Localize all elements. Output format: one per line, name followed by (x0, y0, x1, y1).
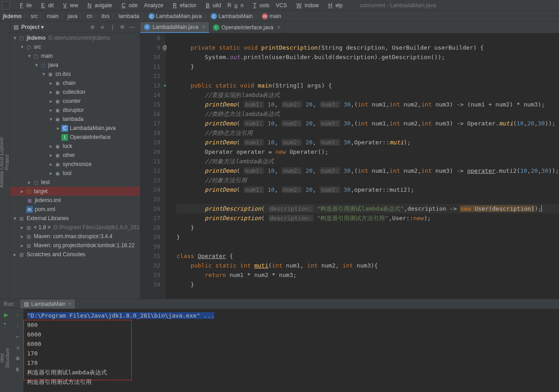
console-line: 170 (27, 349, 555, 358)
tree-jdk[interactable]: ▸▥< 1.8 >D:\Program Files\Java\jdk1.8.0_… (10, 223, 140, 232)
print-icon[interactable]: 🖶 (14, 354, 22, 362)
tree-operate-interface[interactable]: IOperateInterface (10, 133, 140, 142)
menu-vcs[interactable]: VCS (273, 2, 290, 9)
code-editor[interactable]: 8 9@ 101112 13 1415161718192021222324252… (140, 33, 559, 299)
menu-view[interactable]: View (57, 2, 81, 9)
breadcrumb-main[interactable]: main (47, 13, 59, 19)
tree-java[interactable]: ▾▢java (10, 60, 140, 69)
console-line: 构造器引用测试方法引用 (27, 377, 555, 387)
tree-root[interactable]: ▾▢jkdemoG:\dev\concurrent\jkdemo (10, 33, 140, 42)
code-content[interactable]: private static void printDescription(Str… (166, 33, 559, 299)
editor-area: CLambadaMain.java× IOperateInterface.jav… (140, 22, 559, 299)
tree-pkg[interactable]: ▾▣cn.itxs (10, 69, 140, 78)
run-header: Run: ▤LambadaMain× (0, 299, 559, 309)
console-line: 6000 (27, 330, 555, 339)
rerun-button[interactable]: ▶ (2, 311, 10, 319)
tree-main[interactable]: ▾▢main (10, 51, 140, 60)
tool-cloud[interactable]: Alibaba Cloud Explorer (0, 26, 4, 299)
wrap-icon[interactable]: ↩ (14, 332, 22, 341)
tree-counter[interactable]: ▸▣counter (10, 97, 140, 106)
down-icon[interactable]: ↓ (14, 322, 22, 330)
locate-icon[interactable]: ⊕ (88, 23, 97, 31)
breadcrumb-file[interactable]: LambadaMain.java (156, 13, 202, 19)
breadcrumb-class[interactable]: LambadaMain (218, 13, 253, 19)
tree-lock[interactable]: ▸▣lock (10, 142, 140, 151)
tree-iml[interactable]: ▦jkdemo.iml (10, 196, 140, 205)
menu-analyze[interactable]: Analyze (141, 2, 166, 9)
tree-scratches[interactable]: ▸▧Scratches and Consoles (10, 250, 140, 259)
tree-test[interactable]: ▸▢test (10, 178, 140, 187)
gutter: 8 9@ 101112 13 1415161718192021222324252… (140, 33, 166, 299)
tree-chain[interactable]: ▸▣chain (10, 78, 140, 88)
tab-operate-interface[interactable]: IOperateInterface.java× (209, 22, 284, 33)
hide-icon[interactable]: — (128, 23, 136, 31)
menu-run[interactable]: Run (224, 2, 247, 9)
tool-project[interactable]: Project (4, 26, 9, 299)
trash-icon[interactable]: 🗑 (14, 365, 22, 373)
tree-tool[interactable]: ▸▣tool (10, 169, 140, 178)
project-title: Project ▾ (21, 24, 87, 30)
menu-navigate[interactable]: Navigate (81, 2, 115, 9)
console-command: "D:\Program Files\Java\jdk1.8.0_281\bin\… (27, 312, 214, 319)
console-line: 6000 (27, 339, 555, 349)
menu-refactor[interactable]: Refactor (166, 2, 199, 9)
tree-target[interactable]: ▸▢target (10, 187, 140, 196)
left-tool-rail: Project Alibaba Cloud Explorer (0, 22, 10, 299)
breadcrumb-itxs[interactable]: itxs (102, 13, 110, 19)
class-icon: C (211, 13, 217, 19)
project-tree: ▾▢jkdemoG:\dev\concurrent\jkdemo ▾▢src ▾… (10, 32, 140, 260)
editor-tabs: CLambadaMain.java× IOperateInterface.jav… (140, 22, 559, 33)
menu-build[interactable]: Build (199, 2, 224, 9)
method-icon: m (262, 13, 268, 19)
run-tab[interactable]: ▤LambadaMain× (20, 300, 75, 309)
window-title: concurrent - LambadaMain.java (356, 2, 439, 9)
expand-icon[interactable]: ≑ (98, 23, 106, 31)
tree-disruptor[interactable]: ▸▣disruptor (10, 106, 140, 115)
tree-mvn2[interactable]: ▸▥Maven: org.projectlombok:lombok:1.18.2… (10, 241, 140, 250)
close-icon[interactable]: × (68, 301, 71, 307)
class-icon: C (144, 24, 150, 30)
console-output[interactable]: "D:\Program Files\Java\jdk1.8.0_281\bin\… (23, 309, 559, 392)
menu-edit[interactable]: Edit (35, 2, 57, 9)
menu-window[interactable]: Window (290, 2, 322, 9)
tree-mvn1[interactable]: ▸▥Maven: com.lmax:disruptor:3.4.4 (10, 232, 140, 241)
up-icon[interactable]: ↑ (14, 311, 22, 319)
menu-help[interactable]: Help (322, 2, 346, 9)
close-icon[interactable]: × (202, 24, 205, 30)
console-line: 构造器引用测试lambda表达式 (27, 368, 555, 377)
run-config-icon: ▤ (24, 301, 29, 307)
divider-icon: | (108, 23, 116, 31)
tool-favorites[interactable]: rites (0, 324, 5, 392)
breadcrumb-cn[interactable]: cn (87, 13, 92, 19)
run-tools-secondary: ↑ ↓ ↩ ⇲ 🖶 🗑 (12, 309, 23, 392)
scroll-icon[interactable]: ⇲ (14, 343, 22, 351)
class-icon: C (148, 13, 155, 19)
left-bottom-rail: Structure rites (0, 324, 10, 392)
close-icon[interactable]: × (277, 24, 280, 31)
run-label: Run: (4, 301, 15, 307)
breadcrumb: jkdemo 〉src 〉main 〉java 〉cn 〉itxs 〉lamba… (0, 11, 559, 22)
menubar: File Edit View Navigate Code Analyze Ref… (0, 0, 559, 11)
tab-lambada-main[interactable]: CLambadaMain.java× (140, 22, 209, 33)
project-icon: ▤ (14, 24, 18, 30)
ide-logo (2, 1, 10, 9)
breadcrumb-java[interactable]: java (68, 13, 78, 19)
menu-tools[interactable]: Tools (247, 2, 273, 9)
tree-other[interactable]: ▸▣other (10, 151, 140, 160)
breadcrumb-lambada[interactable]: lambada (119, 13, 139, 19)
tree-src[interactable]: ▾▢src (10, 42, 140, 51)
settings-icon[interactable]: ✻ (118, 23, 126, 31)
tree-collection[interactable]: ▸▣collection (10, 88, 140, 97)
breadcrumb-src[interactable]: src (31, 13, 38, 19)
menu-code[interactable]: Code (115, 2, 141, 9)
menu-file[interactable]: File (14, 2, 35, 9)
tool-structure[interactable]: Structure (5, 324, 10, 392)
tree-lambada[interactable]: ▾▣lambada (10, 115, 140, 124)
project-panel-header: ▤ Project ▾ ⊕ ≑ | ✻ — (10, 22, 140, 32)
tree-pom[interactable]: mpom.xml (10, 205, 140, 214)
tree-lambada-main[interactable]: ▸CLambadaMain.java (10, 124, 140, 133)
breadcrumb-method[interactable]: main (269, 13, 281, 19)
tree-synchronize[interactable]: ▸▣synchronize (10, 160, 140, 169)
tree-ext-lib[interactable]: ▾▥External Libraries (10, 214, 140, 223)
breadcrumb-root[interactable]: jkdemo (3, 13, 22, 19)
